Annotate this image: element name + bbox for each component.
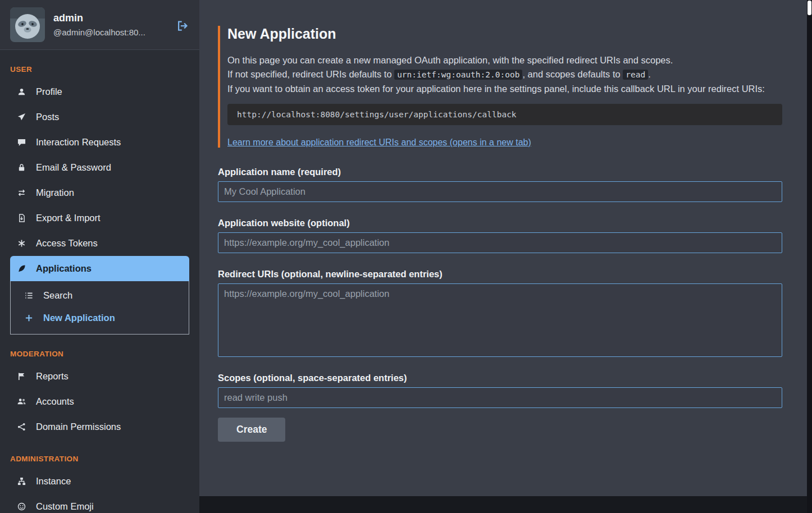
- comment-icon: [17, 138, 26, 146]
- sidebar-item-label: Reports: [36, 371, 69, 382]
- scrollbar-track[interactable]: [807, 0, 812, 513]
- sidebar-item-label: Applications: [36, 263, 92, 274]
- sidebar-item-applications[interactable]: Applications: [10, 256, 189, 281]
- redirect-uris-label: Redirect URIs (optional, newline-separat…: [218, 269, 782, 280]
- lock-icon: [17, 163, 26, 172]
- inline-code-oob: urn:ietf:wg:oauth:2.0:oob: [394, 70, 522, 80]
- intro-line-2: If not specified, redirect URIs defaults…: [227, 67, 782, 82]
- sidebar-item-instance[interactable]: Instance: [10, 469, 189, 494]
- application-website-input[interactable]: [218, 232, 782, 253]
- sidebar-item-domain-permissions[interactable]: Domain Permissions: [10, 414, 189, 439]
- list-icon: [24, 291, 34, 300]
- sidebar-item-export-import[interactable]: Export & Import: [10, 205, 189, 231]
- sidebar-item-profile[interactable]: Profile: [10, 79, 189, 104]
- logout-icon[interactable]: [177, 20, 188, 31]
- sidebar-item-email-password[interactable]: Email & Password: [10, 155, 189, 180]
- avatar: [10, 7, 45, 42]
- main-panel: New Application On this page you can cre…: [199, 0, 807, 496]
- sidebar-item-migration[interactable]: Migration: [10, 180, 189, 205]
- sidebar-item-label: Custom Emoji: [36, 501, 94, 512]
- intro-text: If not specified, redirect URIs defaults…: [227, 69, 394, 79]
- submenu-item-search[interactable]: Search: [11, 284, 189, 306]
- scopes-label: Scopes (optional, space-separated entrie…: [218, 373, 782, 383]
- sidebar-item-access-tokens[interactable]: Access Tokens: [10, 231, 189, 256]
- application-name-input[interactable]: [218, 181, 782, 202]
- sidebar-item-reports[interactable]: Reports: [10, 364, 189, 389]
- sidebar-item-label: Migration: [36, 187, 74, 198]
- intro-line-1: On this page you can create a new manage…: [227, 53, 782, 67]
- section-header-user: USER: [10, 65, 189, 74]
- application-website-label: Application website (optional): [218, 218, 782, 228]
- sidebar-item-label: Profile: [36, 86, 62, 97]
- sidebar-item-label: Posts: [36, 112, 59, 122]
- redirect-uris-textarea[interactable]: [218, 283, 782, 357]
- application-name-label: Application name (required): [218, 167, 782, 177]
- submenu-item-label: New Application: [43, 313, 115, 323]
- share-nodes-icon: [17, 423, 26, 431]
- user-name: admin: [53, 12, 145, 24]
- paper-plane-icon: [17, 113, 26, 121]
- sidebar-item-label: Instance: [36, 476, 71, 487]
- exchange-arrows-icon: [17, 189, 26, 197]
- user-meta: admin @admin@localhost:80...: [53, 12, 145, 37]
- sidebar-item-posts[interactable]: Posts: [10, 104, 189, 130]
- section-header-moderation: MODERATION: [10, 350, 189, 358]
- file-export-icon: [17, 214, 26, 222]
- scopes-input[interactable]: [218, 387, 782, 408]
- learn-more-link[interactable]: Learn more about application redirect UR…: [227, 138, 531, 148]
- sitemap-icon: [17, 477, 26, 485]
- page-title: New Application: [227, 26, 782, 42]
- inline-code-read: read: [623, 70, 648, 80]
- user-icon: [17, 88, 26, 96]
- plus-icon: [24, 314, 34, 322]
- sidebar-item-label: Email & Password: [36, 162, 111, 173]
- intro-text: .: [648, 69, 651, 79]
- sidebar-item-label: Accounts: [36, 396, 74, 407]
- smiley-icon: [17, 502, 26, 511]
- sidebar-item-label: Domain Permissions: [36, 422, 121, 432]
- sidebar-item-label: Interaction Requests: [36, 137, 121, 148]
- sidebar-item-label: Access Tokens: [36, 238, 98, 249]
- users-icon: [17, 397, 26, 406]
- intro-text: , and scopes defaults to: [522, 69, 623, 79]
- asterisk-icon: [17, 239, 26, 248]
- applications-submenu: Search New Application: [10, 281, 189, 335]
- submenu-item-label: Search: [43, 290, 72, 301]
- flag-icon: [17, 372, 26, 381]
- sidebar-item-interaction-requests[interactable]: Interaction Requests: [10, 130, 189, 155]
- page-intro: New Application On this page you can cre…: [218, 26, 782, 148]
- user-handle: @admin@localhost:80...: [53, 28, 145, 37]
- sidebar-item-accounts[interactable]: Accounts: [10, 389, 189, 414]
- sidebar-item-custom-emoji[interactable]: Custom Emoji: [10, 494, 189, 513]
- scrollbar-thumb[interactable]: [808, 1, 811, 15]
- user-card: admin @admin@localhost:80...: [0, 0, 199, 50]
- submenu-item-new-application[interactable]: New Application: [11, 306, 189, 329]
- sidebar-item-label: Export & Import: [36, 213, 101, 223]
- create-button[interactable]: Create: [218, 418, 285, 442]
- section-header-administration: ADMINISTRATION: [10, 455, 189, 463]
- intro-line-3: If you want to obtain an access token fo…: [227, 82, 782, 96]
- sidebar: admin @admin@localhost:80... USER Profil…: [0, 0, 199, 513]
- callback-url-code-block: http://localhost:8080/settings/user/appl…: [227, 104, 782, 125]
- feather-icon: [17, 264, 26, 273]
